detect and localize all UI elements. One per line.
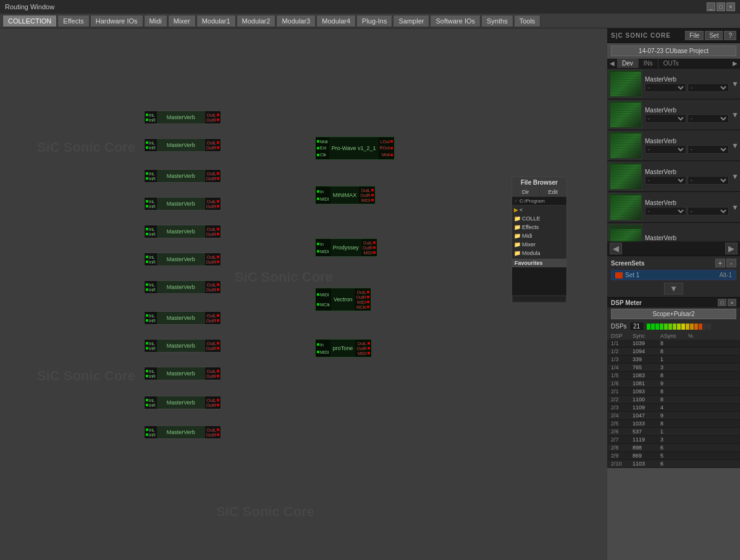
dsp-minimize-button[interactable]: □: [718, 299, 726, 306]
masterverb-node-4[interactable]: InL InR MasterVerb OutL OutR: [144, 197, 221, 211]
window-title: Routing Window: [5, 3, 54, 10]
masterverb-node-7[interactable]: InL InR MasterVerb OutL OutR: [144, 280, 221, 294]
device-list-down[interactable]: ▶: [725, 243, 738, 254]
device-expand-3[interactable]: ▼: [731, 141, 739, 150]
edit-button[interactable]: Edit: [540, 188, 567, 196]
fb-scrollbar[interactable]: [513, 296, 565, 301]
masterverb-node-5[interactable]: InL InR MasterVerb OutL OutR: [144, 225, 221, 238]
tab-modular2[interactable]: Modular2: [237, 15, 276, 27]
outs-tab[interactable]: OUTs: [658, 59, 684, 68]
close-button[interactable]: ×: [726, 2, 735, 11]
masterverb-node-6[interactable]: InL InR MasterVerb OutL OutR: [144, 253, 221, 266]
table-row: 1/3 339 1: [607, 356, 740, 364]
tab-effects[interactable]: Effects: [57, 15, 89, 27]
tab-midi[interactable]: Midi: [144, 15, 167, 27]
dsp-col-sync: Sync: [633, 333, 660, 339]
ins-tab[interactable]: INs: [639, 59, 658, 68]
dsp-cell-async: 8: [660, 340, 688, 346]
device-info-5: MasterVerb - -: [645, 199, 729, 215]
device-list-up[interactable]: ◀: [610, 243, 622, 254]
protone-node[interactable]: In MIDI proTone OutL OutR MIDI: [315, 339, 372, 357]
tab-plugins[interactable]: Plug-Ins: [356, 15, 392, 27]
fb-item-modula[interactable]: 📁Modula: [512, 249, 566, 257]
tab-hardware-ios[interactable]: Hardware IOs: [90, 15, 143, 27]
screensets-remove-button[interactable]: -: [726, 259, 736, 267]
table-row: 2/1 1093 8: [607, 388, 740, 396]
dsp-cell-dsp: 1/5: [611, 372, 633, 378]
masterverb-node-2[interactable]: InL InR MasterVerb OutL OutR: [144, 138, 221, 152]
device-select-4b[interactable]: -: [687, 176, 729, 185]
device-select-3a[interactable]: -: [645, 145, 686, 154]
device-select-5a[interactable]: -: [645, 207, 686, 215]
fb-item-effects[interactable]: 📁Effects: [512, 223, 566, 232]
masterverb-node-8[interactable]: InL InR MasterVerb OutL OutR: [144, 311, 221, 325]
dsp-cell-sync: 869: [633, 453, 660, 459]
device-select-5b[interactable]: -: [687, 207, 729, 215]
tab-modular4[interactable]: Modular4: [316, 15, 356, 27]
prodyssey-node[interactable]: In MIDI Prodyssey OutL OutR MIDI: [315, 238, 377, 257]
list-item: MasterVerb - - ▼: [607, 161, 740, 192]
set-button[interactable]: Set: [705, 31, 723, 40]
device-select-1a[interactable]: -: [645, 83, 686, 92]
device-expand-1[interactable]: ▼: [731, 80, 739, 88]
dsp-meter-title: DSP Meter: [611, 299, 642, 306]
device-select-2b[interactable]: -: [687, 114, 729, 123]
screenset-item-1[interactable]: Set 1 Alt-1: [611, 270, 736, 280]
device-list: MasterVerb - - ▼: [607, 69, 740, 241]
dsp-close-button[interactable]: ×: [728, 299, 736, 306]
table-row: 2/8 898 6: [607, 444, 740, 452]
dev-tab[interactable]: Dev: [617, 59, 639, 68]
masterverb-node-10[interactable]: InL InR MasterVerb OutL OutR: [144, 367, 221, 380]
tab-bar: COLLECTION Effects Hardware IOs Midi Mix…: [0, 14, 740, 28]
dev-tabs-right-nav[interactable]: ▶: [730, 59, 740, 67]
screensets-header: ScreenSets + -: [611, 259, 736, 267]
maximize-button[interactable]: □: [717, 2, 725, 11]
device-info-3: MasterVerb - -: [645, 138, 729, 154]
title-bar: Routing Window _ □ ×: [0, 0, 740, 14]
dsp-bar-seg-5: [664, 324, 668, 330]
fb-item-back[interactable]: ▶<: [512, 206, 566, 214]
dsp-cell-dsp: 2/4: [611, 412, 633, 419]
tab-collection[interactable]: COLLECTION: [2, 15, 57, 27]
tab-modular3[interactable]: Modular3: [276, 15, 316, 27]
minimax-node[interactable]: In MIDI MINIMAX OutL OutR MIDI: [315, 186, 376, 204]
fb-item-mixer[interactable]: 📁Mixer: [512, 240, 566, 249]
dev-tabs-left-nav[interactable]: ◀: [607, 59, 617, 67]
dsp-cell-pct: [688, 356, 704, 362]
dsp-table: 1/1 1039 8 1/2 1094 8 1/3 339 1 1/4 765 …: [607, 340, 740, 468]
dsp-cell-pct: [688, 380, 704, 387]
tab-mixer[interactable]: Mixer: [168, 15, 196, 27]
device-expand-5[interactable]: ▼: [731, 203, 739, 212]
device-thumbnail-2: [608, 101, 642, 128]
device-select-4a[interactable]: -: [645, 176, 686, 185]
dsp-bar-seg-2: [651, 324, 655, 330]
masterverb-node-3[interactable]: InL InR MasterVerb OutL OutR: [144, 169, 221, 183]
dsp-bar-seg-3: [655, 324, 659, 330]
tab-sampler[interactable]: Sampler: [393, 15, 429, 27]
masterverb-node-1[interactable]: InL InR MasterVerb OutL OutR: [144, 111, 221, 124]
dir-button[interactable]: Dir: [512, 188, 540, 196]
prowave-node[interactable]: Midi Ext Clk Pro-Wave v1_2_1 LOut ROut M…: [315, 136, 395, 160]
screensets-add-button[interactable]: +: [715, 259, 725, 267]
tab-modular1[interactable]: Modular1: [196, 15, 236, 27]
tab-software-ios[interactable]: Software IOs: [430, 15, 481, 27]
screensets-scroll-btn[interactable]: ▼: [664, 283, 683, 295]
masterverb-node-12[interactable]: InL InR MasterVerb OutL OutR: [144, 425, 221, 439]
device-select-2a[interactable]: -: [645, 114, 686, 123]
minimize-button[interactable]: _: [707, 2, 715, 11]
file-button[interactable]: File: [685, 31, 704, 40]
help-button[interactable]: ?: [724, 31, 736, 40]
fb-item-collection[interactable]: 📁COLLE: [512, 214, 566, 223]
device-expand-4[interactable]: ▼: [731, 172, 739, 181]
device-select-3b[interactable]: -: [687, 145, 729, 154]
dsp-device-name: Scope+Pulsar2: [611, 309, 736, 319]
device-select-1b[interactable]: -: [687, 83, 729, 92]
fb-item-midi[interactable]: 📁Midi: [512, 232, 566, 240]
masterverb-node-11[interactable]: InL InR MasterVerb OutL OutR: [144, 396, 221, 409]
device-expand-2[interactable]: ▼: [731, 111, 739, 119]
tab-synths[interactable]: Synths: [481, 15, 513, 27]
vectron-node[interactable]: MIDI MClk Vectron OutL OutR MIDI MClk: [315, 288, 371, 311]
tab-tools[interactable]: Tools: [514, 15, 541, 27]
dsp-cell-dsp: 1/4: [611, 364, 633, 370]
masterverb-node-9[interactable]: InL InR MasterVerb OutL OutR: [144, 339, 221, 353]
